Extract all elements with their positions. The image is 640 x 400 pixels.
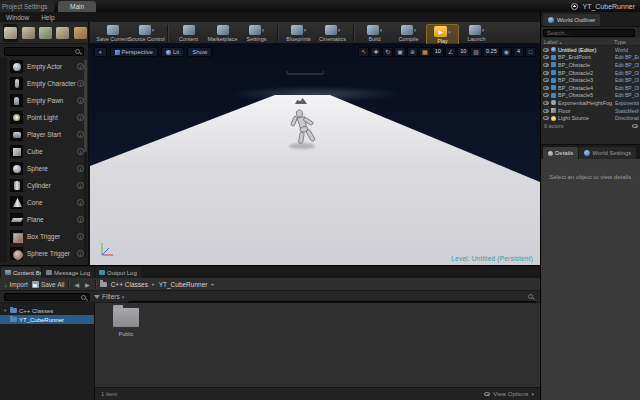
outliner-row-untitled[interactable]: Untitled (Editor)World [541,46,640,54]
sources-search-input[interactable] [4,293,90,301]
launch-button[interactable]: ▾Launch [460,24,493,42]
visibility-eye-icon[interactable] [543,93,549,97]
back-button[interactable]: ◀ [73,281,80,288]
source-control-button[interactable]: ▾Source Control [130,24,163,42]
visibility-eye-icon[interactable] [543,101,549,105]
content-button[interactable]: Content [172,24,205,42]
marketplace-button[interactable]: Marketplace [206,24,239,42]
info-icon[interactable] [77,233,84,240]
visibility-eye-icon[interactable] [543,78,549,82]
outliner-row-floor[interactable]: FloorStaticMeshActor [541,107,640,115]
blueprints-button[interactable]: ▾Blueprints [282,24,315,42]
geometry-mode-button[interactable] [73,24,88,42]
import-button[interactable]: ↓Import [4,281,28,288]
info-icon[interactable] [77,114,84,121]
place-actor-item-sphere[interactable]: Sphere [0,160,88,177]
breadcrumb-cpp-classes[interactable]: C++ Classes [111,281,148,288]
compile-button[interactable]: ▾Compile [392,24,425,42]
visibility-eye-icon[interactable] [543,71,549,75]
window-tab-main[interactable]: Main [58,1,96,12]
place-actor-item-player-start[interactable]: Player Start [0,126,88,143]
tab-message-log[interactable]: Message Log [42,267,94,278]
scale-snap-value[interactable]: 0.25 [483,47,500,57]
visibility-eye-icon[interactable] [543,63,549,67]
lit-button[interactable]: Lit [161,47,184,57]
asset-folder-tile[interactable]: Public [107,308,145,337]
visibility-eye-icon[interactable] [543,48,549,52]
expand-caret-icon[interactable]: ▾ [4,308,8,313]
viewport[interactable]: ▾ Perspective Lit Show ↖ ✚ ↻ ▣ ⊕ ▦ 10 ∠ … [90,44,540,265]
foliage-mode-button[interactable] [55,24,70,42]
camera-speed-value[interactable]: 4 [513,47,524,57]
tab-details[interactable]: Details [543,147,578,159]
outliner-view-options-icon[interactable] [632,124,638,128]
move-tool-button[interactable]: ✚ [370,47,381,57]
tab-world-outliner[interactable]: World Outliner [543,14,600,26]
menu-window[interactable]: Window [0,14,35,21]
place-actor-item-sphere-trigger[interactable]: Sphere Trigger [0,245,88,262]
info-icon[interactable] [77,216,84,223]
outliner-row-bp-endpoint[interactable]: BP_EndPointEdit BP_EndPoint [541,54,640,62]
grid-snap-toggle[interactable]: ▦ [419,47,431,57]
breadcrumb-yt-cuberunner[interactable]: YT_CubeRunner [159,281,208,288]
scale-snap-toggle[interactable]: ▨ [470,47,482,57]
outliner-row-bp-obstacle5[interactable]: BP_Obstacle5Edit BP_Obstacle5 [541,92,640,100]
place-actor-item-empty-actor[interactable]: Empty Actor [0,58,88,75]
tab-world-settings[interactable]: World Settings [579,147,636,159]
place-mode-button[interactable] [3,24,18,42]
build-button[interactable]: ▾Build [358,24,391,42]
show-button[interactable]: Show [187,47,212,57]
rotate-tool-button[interactable]: ↻ [382,47,393,57]
info-icon[interactable] [77,63,84,70]
info-icon[interactable] [77,80,84,87]
info-icon[interactable] [77,165,84,172]
place-actor-item-empty-pawn[interactable]: Empty Pawn [0,92,88,109]
save-all-button[interactable]: Save All [32,281,65,288]
modes-search-input[interactable] [4,47,84,56]
visibility-eye-icon[interactable] [543,116,549,120]
landscape-mode-button[interactable] [38,24,53,42]
cinematics-button[interactable]: ▾Cinematics [316,24,349,42]
play-button[interactable]: ▾Play [426,24,459,45]
camera-speed-button[interactable]: ◉ [501,47,512,57]
info-icon[interactable] [77,182,84,189]
place-actor-item-empty-character[interactable]: Empty Character [0,75,88,92]
visibility-eye-icon[interactable] [543,109,549,113]
info-icon[interactable] [77,131,84,138]
info-icon[interactable] [77,250,84,257]
visibility-eye-icon[interactable] [543,55,549,59]
settings-button[interactable]: ▾Settings [240,24,273,42]
place-actor-item-box-trigger[interactable]: Box Trigger [0,228,88,245]
source-folder-yt-cuberunner[interactable]: YT_CubeRunner [0,315,94,324]
outliner-row-bp-obstacle[interactable]: BP_ObstacleEdit BP_Obstacle [541,61,640,69]
outliner-row-light-source[interactable]: Light SourceDirectionalLight [541,114,640,122]
rotation-snap-value[interactable]: 10 [457,47,469,57]
viewport-options-button[interactable]: ▾ [94,47,107,57]
outliner-row-bp-obstacle3[interactable]: BP_Obstacle3Edit BP_Obstacle3 [541,76,640,84]
outliner-row-heightfog[interactable]: ExponentialHeightFogExponentialHeightFog [541,99,640,107]
place-actor-item-point-light[interactable]: Point Light [0,109,88,126]
forward-button[interactable]: ▶ [84,281,91,288]
filters-button[interactable]: Filters▾ [94,293,124,300]
perspective-button[interactable]: Perspective [110,47,158,57]
place-actor-item-cube[interactable]: Cube [0,143,88,160]
outliner-row-bp-obstacle4[interactable]: BP_Obstacle4Edit BP_Obstacle4 [541,84,640,92]
place-actor-item-plane[interactable]: Plane [0,211,88,228]
paint-mode-button[interactable] [20,24,35,42]
outliner-search-input[interactable] [543,29,635,37]
place-actor-item-cone[interactable]: Cone [0,194,88,211]
info-icon[interactable] [77,148,84,155]
grid-snap-value[interactable]: 10 [432,47,444,57]
scale-tool-button[interactable]: ▣ [394,47,406,57]
place-actor-item-cylinder[interactable]: Cylinder [0,177,88,194]
source-folder-cpp-classes[interactable]: ▾C++ Classes [0,306,94,315]
visibility-eye-icon[interactable] [543,86,549,90]
menu-help[interactable]: Help [35,14,60,21]
info-icon[interactable] [77,97,84,104]
tab-content-browser[interactable]: Content Browser▾ [1,267,41,278]
view-options-button[interactable]: View Options ▾ [484,391,534,397]
maximize-viewport-button[interactable]: □ [525,47,536,57]
info-icon[interactable] [77,199,84,206]
asset-grid[interactable]: Public [95,303,540,400]
window-tab-project-settings[interactable]: Project Settings [0,1,54,12]
